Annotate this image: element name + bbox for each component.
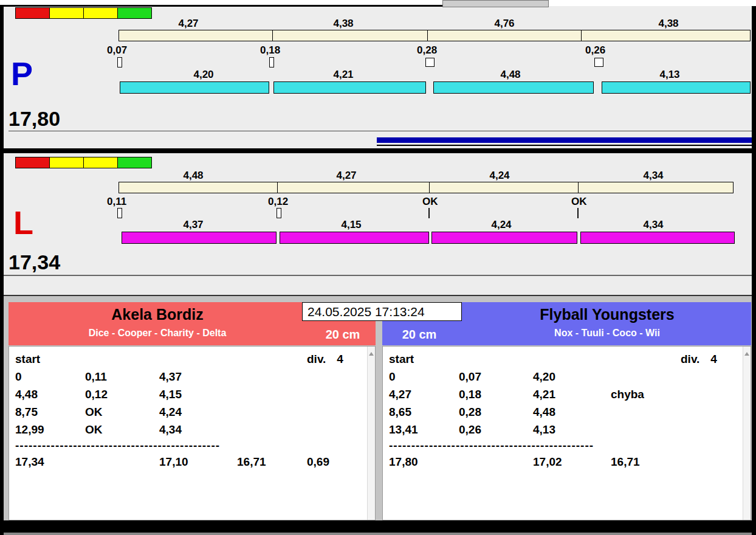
timestamp: 24.05.2025 17:13:24: [302, 302, 462, 321]
table-separator: ----------------------------------------…: [383, 438, 751, 453]
lower-split-label: 4,48: [500, 69, 520, 81]
upper-split-label: 4,48: [183, 170, 203, 182]
division-label: div.: [307, 350, 326, 368]
dog-time-bar: [433, 81, 594, 94]
table-row: 8,75 OK 4,24: [9, 403, 375, 421]
mark-value-label: 0,11: [107, 196, 126, 208]
dog-time-bar: [602, 81, 751, 94]
team-dogs: Nox - Tuuli - Coco - Wii: [464, 328, 750, 339]
lane-total-time: 17,80: [9, 108, 60, 129]
division-value: 4: [337, 350, 343, 368]
table-scrollbar[interactable]: [367, 347, 375, 520]
split-track: [119, 182, 734, 193]
table-row-totals: 17,80 17,02 16,71: [383, 453, 751, 471]
upper-split-label: 4,27: [336, 170, 356, 182]
table-row-totals: 17,34 17,10 16,71 0,69: [9, 453, 375, 471]
dog-time-bar: [431, 232, 577, 244]
window-left-border: [0, 6, 4, 535]
lane-underline: [9, 131, 752, 131]
upper-split-label: 4,24: [489, 170, 509, 182]
titlebar-button[interactable]: [442, 0, 549, 7]
division-label: div.: [681, 350, 699, 368]
results-table-left: start div. 4 0 0,11 4,37 4,48 0,12 4,15 …: [9, 346, 376, 520]
lane-separator: [0, 148, 756, 153]
lower-split-label: 4,20: [193, 69, 213, 81]
best-time: 16,71: [237, 453, 307, 471]
traffic-light-yellow2: [84, 157, 118, 168]
progress-bar-shadow: [377, 145, 752, 146]
traffic-light-red: [16, 8, 50, 18]
diff-time: 0,69: [307, 453, 375, 471]
start-label: start: [389, 350, 459, 368]
track-divider: [581, 30, 582, 41]
track-divider: [429, 182, 430, 193]
team-name: Akela Bordiz: [9, 306, 306, 323]
net-time: 17,02: [533, 453, 611, 471]
sensor-mark: [277, 208, 281, 218]
team-name: Flyball Youngsters: [464, 306, 750, 323]
division-value: 4: [710, 350, 717, 368]
lower-split-label: 4,34: [643, 219, 663, 231]
window-right-border: [752, 6, 756, 535]
lane-total-time: 17,34: [9, 252, 60, 272]
lower-split-label: 4,13: [659, 69, 679, 81]
table-row: 0 0,11 4,37: [9, 368, 375, 385]
mark-value-label: OK: [422, 196, 438, 208]
sensor-tick: [428, 208, 430, 218]
sensor-tick: [577, 208, 579, 218]
lower-split-label: 4,24: [491, 219, 511, 231]
track-divider: [427, 30, 428, 41]
sensor-mark: [594, 58, 603, 67]
mark-value-label: 0,12: [268, 196, 288, 208]
upper-split-label: 4,27: [178, 18, 198, 30]
sensor-mark: [425, 58, 435, 67]
app-window: 4,27 4,38 4,76 4,38 0,07 0,18 0,28 0,26 …: [0, 0, 756, 535]
traffic-light-red: [16, 157, 50, 168]
track-divider: [277, 182, 278, 193]
mark-value-label: 0,18: [260, 44, 280, 57]
traffic-light-lane-l: [15, 157, 152, 168]
traffic-light-yellow1: [50, 157, 84, 168]
lane-letter: P: [11, 57, 33, 90]
upper-split-label: 4,34: [643, 170, 663, 182]
dog-time-bar: [280, 232, 429, 244]
start-label: start: [15, 350, 85, 368]
window-bottom-bar: [0, 520, 756, 533]
results-table-right: start div. 4 0 0,07 4,20 4,27 0,18 4,21 …: [382, 346, 751, 520]
team-dogs: Dice - Cooper - Charity - Delta: [9, 328, 306, 339]
lane-underline: [0, 275, 756, 276]
upper-split-label: 4,38: [658, 18, 678, 30]
mark-value-label: OK: [571, 196, 587, 208]
dog-time-bar: [120, 81, 269, 94]
table-row: 0 0,07 4,20: [383, 368, 751, 385]
upper-split-label: 4,38: [333, 18, 353, 30]
dog-time-bar: [580, 232, 735, 244]
scrollbar-up-icon[interactable]: [744, 350, 749, 356]
traffic-light-green: [118, 8, 151, 18]
table-row: 13,41 0,26 4,13: [383, 421, 751, 438]
track-divider: [272, 30, 273, 41]
table-scrollbar[interactable]: [743, 347, 751, 520]
dog-time-bar: [273, 81, 426, 94]
track-divider: [578, 182, 579, 193]
best-time: 16,71: [611, 453, 681, 471]
traffic-light-yellow2: [84, 8, 118, 18]
jump-height: 20 cm: [312, 328, 373, 342]
diff-time: [681, 453, 751, 471]
traffic-light-yellow1: [50, 8, 84, 18]
upper-split-label: 4,76: [494, 18, 514, 30]
table-row: 4,27 0,18 4,21 chyba: [383, 385, 751, 403]
table-row: 8,65 0,28 4,48: [383, 403, 751, 421]
table-row: 12,99 OK 4,34: [9, 421, 375, 438]
lower-split-label: 4,37: [183, 219, 203, 231]
table-row-start: start div. 4: [383, 350, 751, 368]
lower-split-label: 4,21: [333, 69, 353, 81]
split-track: [119, 30, 751, 41]
table-separator: ----------------------------------------…: [9, 438, 375, 453]
lane-letter: L: [13, 206, 33, 239]
traffic-light-lane-p: [15, 7, 152, 19]
lower-split-label: 4,15: [341, 219, 361, 231]
scrollbar-up-icon[interactable]: [369, 350, 374, 356]
dog-time-bar: [122, 232, 277, 244]
total-time: 17,80: [389, 453, 459, 471]
